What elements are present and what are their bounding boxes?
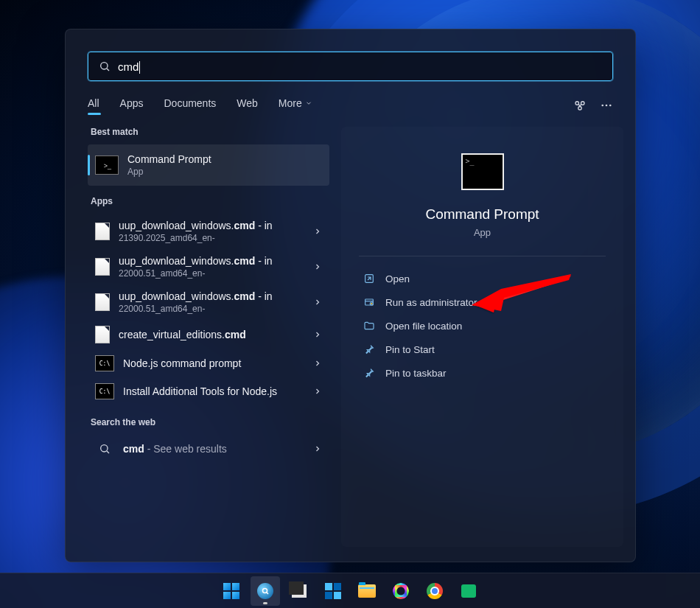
chevron-right-icon: [313, 330, 322, 339]
section-best-match: Best match: [91, 127, 329, 137]
app-result[interactable]: uup_download_windows.cmd - in 22000.51_a…: [88, 284, 329, 320]
action-open[interactable]: Open: [359, 267, 606, 290]
chevron-down-icon: [305, 99, 312, 107]
tab-apps[interactable]: Apps: [120, 97, 144, 113]
search-icon: [95, 441, 114, 457]
tab-more[interactable]: More: [279, 97, 312, 113]
chevron-right-icon: [313, 298, 322, 307]
cmd-file-icon: [95, 258, 110, 276]
preview-subtitle: App: [474, 227, 491, 238]
preview-title: Command Prompt: [425, 206, 539, 223]
svg-point-5: [601, 105, 603, 107]
best-match-result[interactable]: >_ Command Prompt App: [88, 144, 329, 186]
shield-admin-icon: [363, 296, 375, 308]
action-pin-to-taskbar[interactable]: Pin to taskbar: [359, 361, 606, 385]
cmd-file-icon: [95, 326, 110, 343]
svg-point-7: [609, 105, 612, 107]
taskbar-chat[interactable]: [454, 576, 483, 606]
search-query-text: cmd: [118, 60, 139, 73]
start-button[interactable]: [217, 576, 246, 606]
svg-line-1: [107, 69, 109, 71]
folder-icon: [363, 320, 375, 332]
more-options-icon[interactable]: [600, 99, 613, 112]
pin-icon: [363, 367, 375, 379]
svg-line-9: [107, 451, 109, 453]
pin-icon: [363, 343, 375, 355]
taskbar-widgets[interactable]: [318, 576, 348, 606]
action-open-file-location[interactable]: Open file location: [359, 314, 606, 338]
chevron-right-icon: [313, 262, 322, 271]
open-icon: [363, 273, 375, 284]
node-cmd-icon: C:\: [95, 383, 114, 399]
search-icon: [99, 60, 111, 72]
taskbar: [0, 573, 700, 608]
filter-tabs: All Apps Documents Web More: [88, 97, 613, 113]
section-search-web: Search the web: [91, 417, 329, 427]
svg-point-0: [101, 63, 108, 69]
app-result[interactable]: C:\ Node.js command prompt: [88, 349, 329, 377]
app-result[interactable]: uup_download_windows.cmd - in 22000.51_a…: [88, 249, 329, 284]
svg-line-17: [267, 592, 269, 594]
share-icon[interactable]: [573, 99, 587, 112]
chevron-right-icon: [313, 387, 322, 396]
taskbar-chrome[interactable]: [420, 576, 449, 606]
preview-pane: Command Prompt App Open Run as administr…: [341, 127, 623, 547]
taskbar-app-o[interactable]: [386, 576, 416, 606]
action-pin-to-start[interactable]: Pin to Start: [359, 338, 606, 361]
cmd-file-icon: [95, 293, 110, 311]
search-input[interactable]: cmd: [88, 52, 613, 81]
tab-web[interactable]: Web: [237, 97, 258, 113]
svg-point-4: [578, 107, 582, 111]
web-result[interactable]: cmd - See web results: [88, 435, 329, 463]
app-result[interactable]: create_virtual_editions.cmd: [88, 320, 329, 349]
action-run-as-administrator[interactable]: Run as administrator: [359, 290, 606, 314]
start-search-panel: cmd All Apps Documents Web More Best mat…: [65, 29, 636, 562]
chevron-right-icon: [313, 444, 322, 453]
cmd-file-icon: [95, 223, 110, 240]
app-result[interactable]: uup_download_windows.cmd - in 21390.2025…: [88, 214, 329, 249]
app-result[interactable]: C:\ Install Additional Tools for Node.js: [88, 377, 329, 405]
tab-all[interactable]: All: [88, 97, 99, 113]
command-prompt-icon: [461, 153, 504, 190]
chevron-right-icon: [313, 359, 322, 368]
taskbar-task-view[interactable]: [284, 576, 314, 606]
svg-point-6: [606, 105, 608, 107]
command-prompt-icon: >_: [95, 156, 119, 175]
chevron-right-icon: [313, 227, 322, 236]
svg-point-8: [101, 445, 108, 452]
taskbar-file-explorer[interactable]: [352, 576, 382, 606]
section-apps: Apps: [91, 196, 329, 206]
tab-documents[interactable]: Documents: [164, 97, 216, 113]
node-cmd-icon: C:\: [95, 355, 114, 371]
taskbar-search-button[interactable]: [251, 576, 280, 606]
